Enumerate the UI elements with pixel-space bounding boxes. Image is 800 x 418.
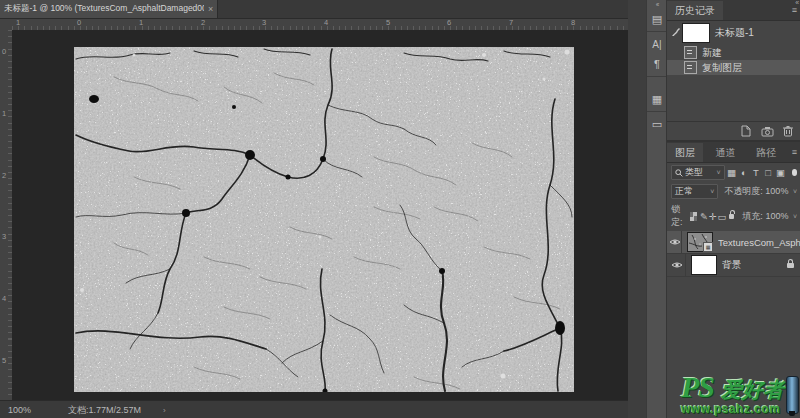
filter-smart-object-icon[interactable]: ▣	[775, 167, 785, 178]
ruler-label: 7	[509, 19, 513, 27]
close-icon[interactable]: ×	[208, 4, 213, 14]
opacity-value: 100%	[765, 186, 788, 196]
fill-value: 100%	[765, 211, 788, 221]
filter-pixel-layers-icon[interactable]: ▦	[727, 167, 737, 178]
lock-label: 锁定:	[671, 203, 688, 229]
history-state-row-selected[interactable]: 复制图层	[667, 60, 800, 75]
fill-field[interactable]: 填充: 100% ˅	[742, 210, 797, 223]
chevron-down-icon: ˅	[710, 188, 714, 195]
lock-position-move-icon[interactable]: ✛	[708, 211, 717, 222]
layer-thumbnail[interactable]	[691, 255, 717, 275]
ruler-label: 2	[2, 172, 6, 180]
history-step-icon	[684, 61, 697, 74]
layer-row-texture[interactable]: ▦ TexturesCom_AsphaltDam...	[667, 231, 800, 254]
smart-object-badge: ▦	[703, 242, 713, 252]
paragraph-panel-icon[interactable]: ¶	[647, 54, 667, 74]
new-snapshot-camera-icon[interactable]	[761, 126, 774, 137]
tab-layers[interactable]: 图层	[667, 143, 703, 162]
ruler-label: 1	[16, 19, 20, 27]
tab-history[interactable]: 历史记录	[667, 1, 723, 20]
tab-channels[interactable]: 通道	[707, 143, 743, 162]
layer-filter-row: 类型 ˅ ▦ ◐ T □ ▣	[667, 163, 800, 182]
ruler-label: 0	[77, 19, 81, 27]
blend-mode-dropdown[interactable]: 正常 ˅	[671, 184, 718, 199]
new-document-from-state-icon[interactable]	[740, 125, 752, 137]
history-panel-footer	[667, 121, 800, 140]
history-state-label: 未标题-1	[715, 26, 754, 40]
lock-all-icon[interactable]	[729, 214, 735, 219]
blend-mode-value: 正常	[675, 185, 693, 198]
expand-dock-icon[interactable]: ‹‹	[647, 0, 667, 9]
document-tab[interactable]: 未标题-1 @ 100% (TexturesCom_AsphaltDamaged…	[0, 0, 218, 18]
ruler-label: 6	[447, 19, 451, 27]
status-flyout-arrow-icon[interactable]: ›	[163, 406, 166, 415]
watermark-brush-graphic	[786, 376, 799, 414]
filter-type-layers-icon[interactable]: T	[751, 167, 761, 178]
properties-panel-icon[interactable]: ▤	[647, 9, 667, 29]
fill-label: 填充:	[742, 211, 763, 221]
document-canvas-image[interactable]	[74, 47, 574, 392]
dock-divider	[647, 31, 667, 32]
history-state-row[interactable]: 未标题-1	[667, 21, 800, 45]
history-state-label: 复制图层	[702, 61, 742, 75]
lock-artboard-icon[interactable]: ▭	[718, 211, 727, 222]
delete-trash-icon[interactable]	[783, 125, 793, 137]
canvas-pasteboard	[12, 30, 628, 400]
dock-divider	[647, 76, 667, 77]
filter-toggle-icon[interactable]	[792, 169, 798, 176]
layers-panel-header: 图层 通道 路径 ≡	[667, 142, 800, 163]
layer-name: TexturesCom_AsphaltDam...	[718, 237, 800, 248]
ruler-label: 5	[386, 19, 390, 27]
blend-mode-row: 正常 ˅ 不透明度: 100% ˅	[667, 182, 800, 201]
layer-row-background[interactable]: 背景	[667, 254, 800, 277]
ruler-label: 4	[2, 295, 6, 303]
ruler-label: 3	[262, 19, 266, 27]
layer-name: 背景	[722, 259, 741, 272]
layer-visibility-eye-icon[interactable]	[669, 231, 682, 253]
chevron-down-icon: ˅	[793, 213, 797, 220]
chevron-down-icon: ˅	[716, 169, 720, 176]
ruler-label: 8	[571, 19, 575, 27]
filter-shape-layers-icon[interactable]: □	[763, 167, 773, 178]
panel-menu-icon[interactable]: ≡	[792, 5, 797, 15]
chevron-down-icon: ˅	[793, 188, 797, 195]
character-panel-icon[interactable]: A|	[647, 34, 667, 54]
history-brush-source-icon[interactable]	[669, 27, 682, 39]
filter-adjustment-layers-icon[interactable]: ◐	[739, 167, 749, 178]
history-state-label: 新建	[702, 46, 722, 60]
panel-menu-icon[interactable]: ≡	[792, 147, 797, 157]
history-panel-header: ‹‹ 历史记录 ≡	[667, 0, 800, 21]
layer-visibility-eye-icon[interactable]	[669, 254, 686, 276]
ruler-label: 0	[2, 48, 6, 56]
tab-paths[interactable]: 路径	[748, 143, 784, 162]
history-state-row[interactable]: 新建	[667, 45, 800, 60]
photoshop-window: 未标题-1 @ 100% (TexturesCom_AsphaltDamaged…	[0, 0, 800, 418]
ruler-label: 3	[2, 233, 6, 241]
clone-source-panel-icon[interactable]: ▭	[647, 114, 667, 134]
history-list: 未标题-1 新建 复制图层	[667, 21, 800, 121]
lock-pixels-brush-icon[interactable]: ✎	[699, 211, 708, 222]
panel-column: ‹‹ 历史记录 ≡ 未标题-1 新建 复制图层	[666, 0, 800, 418]
dock-divider	[647, 111, 667, 112]
document-size-info[interactable]: 文档:1.77M/2.57M	[68, 404, 141, 417]
opacity-label: 不透明度:	[724, 186, 763, 196]
window-gap	[628, 0, 646, 418]
zoom-level-field[interactable]: 100%	[8, 405, 42, 415]
lock-row: 锁定: ✎ ✛ ▭ 填充: 100% ˅	[667, 201, 800, 231]
brush-presets-panel-icon[interactable]: ▦	[647, 89, 667, 109]
lock-transparency-icon[interactable]	[690, 212, 697, 221]
layer-thumbnail[interactable]: ▦	[687, 232, 713, 252]
filter-kind-dropdown[interactable]: 类型 ˅	[671, 165, 725, 180]
ruler-label: 2	[201, 19, 205, 27]
status-bar: 100% 文档:1.77M/2.57M ›	[0, 400, 628, 418]
background-lock-icon	[787, 263, 794, 268]
history-step-icon	[684, 46, 697, 59]
snapshot-thumbnail[interactable]	[682, 23, 710, 43]
document-tab-title: 未标题-1 @ 100% (TexturesCom_AsphaltDamaged…	[4, 3, 204, 15]
opacity-field[interactable]: 不透明度: 100% ˅	[724, 185, 797, 198]
panel-icon-dock: ‹‹ ▤ A| ¶ ▦ ▭	[646, 0, 667, 418]
filter-kind-label: 类型	[685, 166, 703, 179]
search-icon	[675, 169, 683, 177]
ruler-label: 1	[2, 110, 6, 118]
ruler-label: 1	[139, 19, 143, 27]
